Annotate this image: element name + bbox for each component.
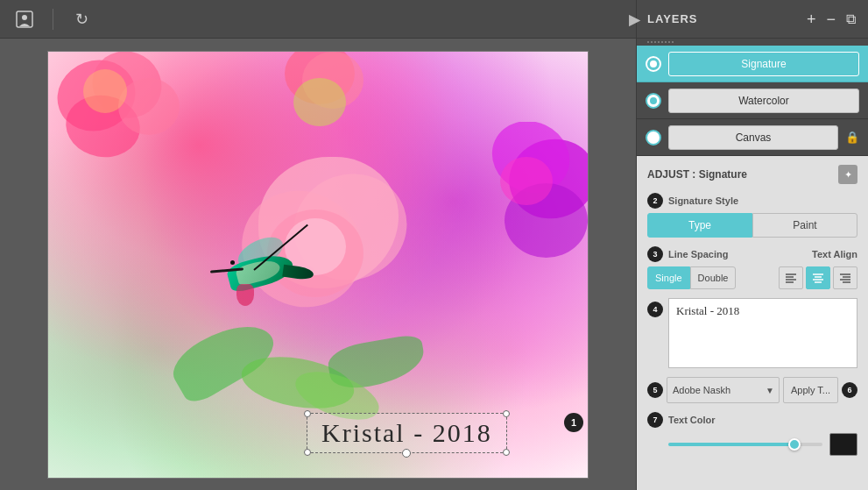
layer-item-watercolor[interactable]: Watercolor (637, 82, 868, 119)
align-left-button[interactable] (779, 266, 803, 289)
layer-radio-watercolor[interactable] (646, 93, 661, 109)
color-slider-thumb[interactable] (788, 438, 801, 451)
signature-text: Kristal - 2018 (321, 418, 492, 448)
color-slider[interactable] (668, 443, 822, 446)
style-type-button[interactable]: Type (647, 213, 752, 238)
toolbar-divider (53, 9, 53, 30)
badge-4: 4 (647, 302, 663, 317)
layer-radio-signature[interactable] (646, 56, 661, 72)
badge-6: 6 (842, 382, 857, 398)
badge-5: 5 (647, 382, 663, 398)
layers-title: LAYERS (647, 12, 698, 25)
color-row (668, 433, 857, 456)
badge-3: 3 (647, 246, 663, 262)
text-align-label: Text Align (812, 249, 857, 259)
badge-2: 2 (647, 193, 663, 209)
apply-type-button[interactable]: Apply T... (783, 377, 838, 403)
hummingbird-throat (236, 284, 254, 306)
badge-1: 1 (564, 413, 583, 432)
layer-item-signature[interactable]: Signature (637, 46, 868, 82)
style-paint-button[interactable]: Paint (752, 213, 857, 238)
refresh-icon[interactable]: ↻ (67, 5, 95, 33)
remove-layer-button[interactable]: − (824, 11, 837, 27)
line-spacing-label: Line Spacing (668, 249, 812, 259)
flower-topleft (47, 51, 232, 218)
style-buttons: Type Paint (647, 213, 857, 238)
duplicate-layer-button[interactable]: ⧉ (844, 12, 857, 26)
color-swatch[interactable] (829, 433, 857, 456)
add-layer-button[interactable]: + (805, 11, 818, 27)
canvas-wrapper: Kristal - 2018 1 (0, 39, 636, 490)
layers-dots (637, 39, 868, 46)
adjust-settings-icon[interactable]: ✦ (838, 165, 857, 184)
main-canvas[interactable]: Kristal - 2018 1 (47, 51, 589, 479)
align-right-button[interactable] (833, 266, 857, 289)
canvas-area: ↻ (0, 0, 636, 490)
adjust-title: ADJUST : Signature (647, 168, 747, 181)
signature-selection[interactable]: Kristal - 2018 (307, 413, 507, 453)
toolbar: ↻ (0, 0, 636, 39)
panel-toggle[interactable]: ▶ (629, 11, 639, 28)
flower-right (439, 122, 589, 297)
svg-point-1 (22, 15, 27, 20)
badge-7: 7 (647, 412, 663, 428)
layer-label-signature[interactable]: Signature (668, 52, 859, 76)
layer-radio-canvas[interactable] (646, 130, 661, 146)
flower-topcenter (276, 51, 381, 157)
adjust-panel: ADJUST : Signature ✦ 2 Signature Style T… (637, 156, 868, 490)
font-select[interactable]: Adobe Naskh (667, 377, 780, 403)
layer-label-canvas[interactable]: Canvas (668, 125, 838, 150)
layer-item-canvas[interactable]: Canvas 🔒 (637, 119, 868, 156)
layers-header: LAYERS + − ⧉ (637, 0, 868, 39)
align-center-button[interactable] (806, 266, 830, 289)
align-left-icon (785, 273, 797, 283)
spacing-single-button[interactable]: Single (647, 266, 690, 289)
align-right-icon (839, 273, 851, 283)
signature-style-label: Signature Style (668, 195, 738, 206)
layer-label-watercolor[interactable]: Watercolor (668, 89, 859, 113)
adjust-header: ADJUST : Signature ✦ (647, 165, 857, 184)
lock-icon: 🔒 (845, 131, 859, 145)
text-input[interactable]: Kristal - 2018 (668, 298, 857, 368)
align-center-icon (812, 273, 824, 283)
spacing-double-button[interactable]: Double (690, 266, 737, 289)
text-color-label: Text Color (668, 415, 716, 425)
hummingbird (206, 236, 320, 323)
portrait-icon[interactable] (11, 5, 39, 33)
right-panel: LAYERS + − ⧉ Signature W (636, 0, 868, 490)
